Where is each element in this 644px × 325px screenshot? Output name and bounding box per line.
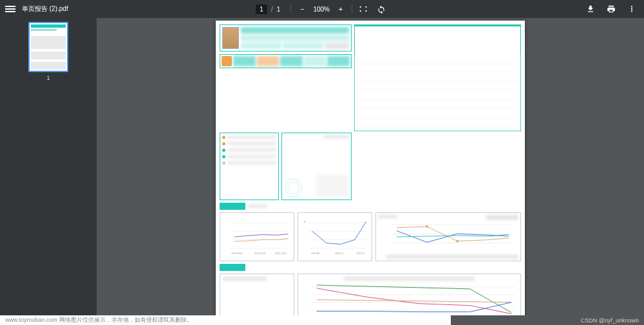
more-menu-button[interactable] <box>626 3 638 15</box>
chart-3 <box>375 212 521 261</box>
document-title: 单页报告 (2).pdf <box>22 5 68 14</box>
svg-marker-0 <box>285 180 303 197</box>
info-bar <box>241 27 349 33</box>
info-bar <box>241 35 349 41</box>
pager: 1 / 1 − 100% + <box>256 3 388 15</box>
svg-text:2022-12-01: 2022-12-01 <box>275 252 287 255</box>
pdf-page: 项目 数值 单位 2023-01-01 2023 年 <box>216 21 525 315</box>
print-button[interactable] <box>605 3 617 15</box>
svg-text:2022-08: 2022-08 <box>311 252 319 255</box>
svg-marker-1 <box>288 182 299 194</box>
download-button[interactable] <box>585 3 596 15</box>
section-header <box>220 264 521 271</box>
chart-1: 2022-08-012022-10-012022-12-01 <box>220 212 294 261</box>
watermark-left: www.toyrnoban.com 网络图片仅供展示，非存储，如有侵权请联系删除… <box>0 315 451 325</box>
svg-text:2022-10: 2022-10 <box>335 252 343 255</box>
info-chip <box>241 42 281 49</box>
section-header <box>220 203 521 210</box>
page-thumbnail-1[interactable] <box>28 22 68 72</box>
pdf-toolbar: 单页报告 (2).pdf 1 / 1 − 100% + <box>0 0 644 18</box>
metric-box <box>304 56 327 66</box>
watermark-right: CSDN @nyf_unknown <box>451 315 644 325</box>
side-panel <box>220 274 294 315</box>
svg-text:2022-12: 2022-12 <box>357 252 365 255</box>
svg-text:万: 万 <box>303 220 306 223</box>
thumbnail-label: 1 <box>46 75 50 81</box>
hex-icon <box>284 178 303 198</box>
note-text: ——— <box>222 194 276 198</box>
info-chip <box>283 42 323 49</box>
page-total: 1 <box>277 6 281 13</box>
page-separator: / <box>271 6 273 13</box>
pdf-viewport[interactable]: 项目 数值 单位 2023-01-01 2023 年 <box>97 18 644 315</box>
chart-4: 2022-062022-10 <box>298 274 521 315</box>
svg-text:2022-08-01: 2022-08-01 <box>231 252 243 255</box>
svg-point-20 <box>426 225 428 228</box>
page-current-input[interactable]: 1 <box>256 5 267 14</box>
metrics-strip <box>220 54 352 68</box>
rotate-button[interactable] <box>375 3 387 15</box>
info-chip <box>325 42 349 49</box>
profile-card <box>220 24 352 51</box>
zoom-out-button[interactable]: − <box>296 3 308 15</box>
thumbnail-sidebar: 1 <box>0 18 97 315</box>
chart-2: 万 2022-082022-102022-12 <box>298 212 372 261</box>
metric-box <box>327 56 350 66</box>
profile-photo <box>222 27 239 49</box>
data-table-tall <box>354 26 521 131</box>
zoom-level: 100% <box>313 6 330 13</box>
zoom-in-button[interactable]: + <box>335 3 346 15</box>
metric-box <box>280 56 303 66</box>
fit-page-button[interactable] <box>357 3 369 15</box>
metric-box <box>233 56 256 66</box>
menu-icon[interactable] <box>5 4 15 14</box>
metric-icon <box>222 56 232 66</box>
sub-chart <box>316 174 348 197</box>
legend-list: ——— <box>220 133 279 200</box>
svg-text:2022-10-01: 2022-10-01 <box>254 252 266 255</box>
svg-point-21 <box>456 240 459 243</box>
detail-panel <box>281 133 352 200</box>
metric-icon <box>257 56 279 66</box>
